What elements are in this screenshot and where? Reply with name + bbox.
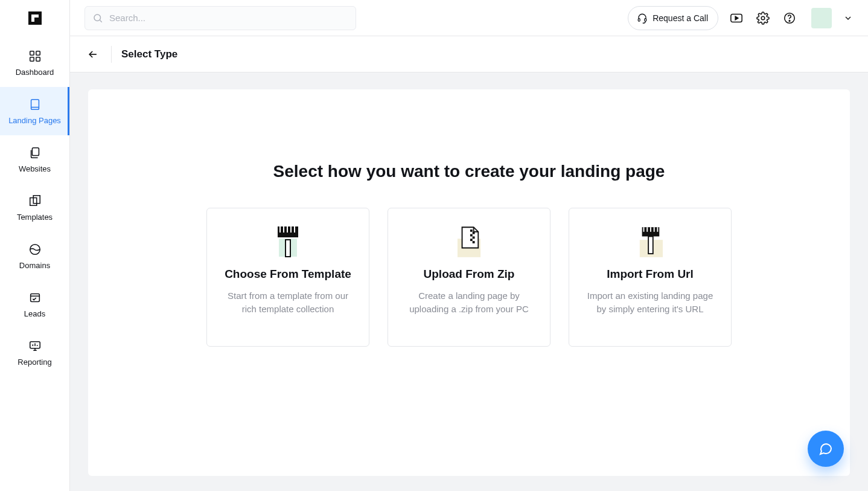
sidebar-item-templates[interactable]: Templates: [0, 184, 69, 232]
svg-rect-32: [470, 239, 473, 241]
content: Select how you want to create your landi…: [70, 72, 868, 491]
svg-rect-0: [28, 11, 42, 25]
chat-icon: [819, 441, 833, 456]
video-button[interactable]: [728, 10, 745, 27]
svg-rect-5: [31, 99, 39, 109]
logo-icon: [27, 10, 43, 27]
svg-rect-29: [473, 232, 475, 234]
svg-rect-23: [294, 226, 295, 233]
svg-rect-20: [283, 226, 284, 233]
svg-rect-2: [36, 51, 39, 54]
main: Request a Call: [70, 0, 868, 491]
arrow-left-icon: [87, 48, 99, 60]
sidebar-nav: Dashboard Landing Pages: [0, 36, 69, 377]
settings-button[interactable]: [755, 10, 771, 27]
video-play-icon: [730, 11, 743, 25]
svg-rect-7: [32, 147, 39, 155]
svg-rect-31: [473, 236, 475, 239]
search-icon: [92, 13, 103, 24]
profile-chevron[interactable]: [838, 8, 858, 28]
svg-point-11: [94, 14, 101, 21]
page-icon: [28, 98, 42, 111]
templates-icon: [28, 194, 42, 208]
svg-point-17: [789, 20, 790, 21]
option-title: Upload From Zip: [424, 268, 515, 281]
sidebar-item-dashboard[interactable]: Dashboard: [0, 39, 69, 87]
option-template[interactable]: Choose From Template Start from a templa…: [206, 208, 369, 347]
request-call-button[interactable]: Request a Call: [628, 6, 718, 30]
option-title: Choose From Template: [225, 268, 351, 281]
option-desc: Import an existing landing page by simpl…: [586, 289, 714, 316]
gear-icon: [756, 11, 770, 25]
sidebar-item-label: Dashboard: [16, 68, 54, 77]
sidebar-item-label: Landing Pages: [8, 116, 61, 125]
svg-rect-30: [470, 234, 473, 237]
help-button[interactable]: [781, 10, 798, 27]
option-desc: Start from a template from our rich temp…: [224, 289, 352, 316]
svg-rect-37: [646, 227, 648, 232]
brush-icon: [275, 225, 301, 259]
svg-rect-21: [287, 226, 288, 233]
svg-point-15: [761, 16, 765, 20]
chat-fab[interactable]: [808, 431, 844, 467]
sidebar-item-label: Templates: [17, 213, 53, 222]
svg-rect-38: [650, 227, 651, 232]
chevron-down-icon: [843, 13, 853, 23]
svg-rect-13: [645, 18, 646, 21]
option-upload-zip[interactable]: Upload From Zip Create a landing page by…: [388, 208, 550, 347]
panel-heading: Select how you want to create your landi…: [103, 162, 835, 181]
search-input[interactable]: [108, 12, 348, 24]
option-title: Import From Url: [607, 268, 694, 281]
avatar: [811, 8, 832, 28]
panel: Select how you want to create your landi…: [88, 89, 850, 476]
sidebar-item-leads[interactable]: Leads: [0, 280, 69, 329]
svg-rect-1: [30, 51, 33, 54]
svg-rect-40: [657, 227, 658, 232]
profile-menu[interactable]: [811, 8, 858, 28]
svg-rect-41: [648, 236, 653, 254]
svg-rect-28: [470, 229, 473, 232]
option-cards: Choose From Template Start from a templa…: [103, 208, 835, 347]
svg-rect-39: [654, 227, 655, 232]
request-call-label: Request a Call: [653, 13, 708, 23]
logo[interactable]: [0, 0, 69, 36]
app-root: Dashboard Landing Pages: [0, 0, 868, 491]
sidebar-item-domains[interactable]: Domains: [0, 232, 69, 280]
divider: [111, 46, 112, 63]
option-import-url[interactable]: Import From Url Import an existing landi…: [569, 208, 732, 347]
sidebar-item-websites[interactable]: Websites: [0, 135, 69, 184]
svg-rect-36: [643, 227, 645, 232]
page-header: Select Type: [70, 36, 868, 72]
sidebar-item-label: Domains: [19, 261, 50, 270]
svg-rect-25: [286, 240, 290, 257]
sidebar-item-label: Leads: [24, 309, 45, 318]
svg-rect-9: [30, 294, 39, 301]
svg-rect-33: [473, 241, 475, 243]
sidebar-item-landing-pages[interactable]: Landing Pages: [0, 87, 69, 135]
svg-rect-4: [36, 57, 39, 60]
search[interactable]: [85, 6, 356, 30]
back-button[interactable]: [85, 46, 101, 63]
sidebar: Dashboard Landing Pages: [0, 0, 70, 491]
help-icon: [783, 11, 796, 25]
headset-icon: [637, 13, 648, 24]
zip-file-icon: [456, 225, 482, 259]
leads-icon: [28, 291, 42, 304]
svg-rect-3: [30, 57, 33, 60]
sidebar-item-reporting[interactable]: Reporting: [0, 329, 69, 377]
option-desc: Create a landing page by uploading a .zi…: [405, 289, 533, 316]
svg-rect-19: [279, 226, 281, 233]
topbar: Request a Call: [70, 0, 868, 36]
pages-stack-icon: [28, 146, 42, 159]
roller-icon: [637, 225, 663, 259]
sidebar-item-label: Websites: [19, 164, 51, 173]
chart-icon: [28, 339, 42, 353]
page-title: Select Type: [121, 48, 177, 60]
grid-icon: [28, 50, 42, 63]
globe-icon: [28, 243, 42, 256]
svg-rect-22: [290, 226, 292, 233]
sidebar-item-label: Reporting: [18, 358, 51, 367]
svg-rect-12: [638, 18, 640, 21]
topbar-actions: Request a Call: [628, 6, 858, 30]
